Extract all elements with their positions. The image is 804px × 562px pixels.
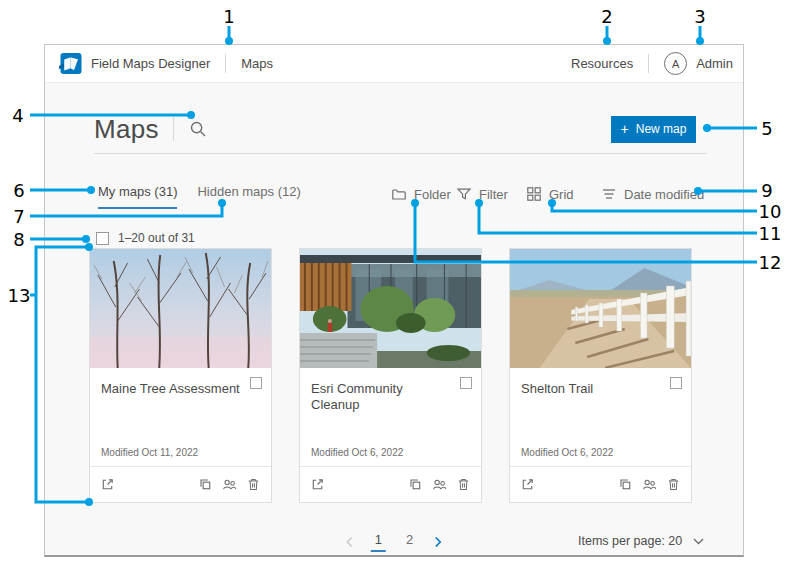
selection-row: 1–20 out of 31 [96, 231, 195, 245]
card-body: Esri Community Cleanup Modified Oct 6, 2… [300, 368, 481, 466]
folder-label: Folder [414, 187, 451, 202]
card-title: Esri Community Cleanup [311, 381, 470, 414]
duplicate-icon[interactable] [408, 477, 423, 492]
new-map-button[interactable]: + New map [611, 116, 696, 143]
field-maps-logo-icon [58, 52, 82, 76]
card-footer [90, 466, 271, 502]
delete-icon[interactable] [456, 477, 471, 492]
card-actions [198, 477, 261, 492]
callout-number-10: 10 [759, 201, 782, 222]
open-map-icon[interactable] [520, 477, 535, 492]
duplicate-icon[interactable] [618, 477, 633, 492]
callout-number-6: 6 [13, 180, 24, 201]
chevron-right-icon[interactable] [433, 536, 443, 548]
map-thumbnail-winter-trees [90, 249, 271, 368]
card-footer [300, 466, 481, 502]
nav-tab-maps[interactable]: Maps [241, 56, 273, 71]
share-group-icon[interactable] [222, 477, 237, 492]
grid-icon [526, 186, 542, 202]
app-window: Field Maps Designer Maps Resources A Adm… [44, 44, 744, 557]
map-card[interactable]: Shelton Trail Modified Oct 6, 2022 [509, 248, 692, 503]
sort-button[interactable]: Date modified [601, 186, 704, 202]
select-all-checkbox[interactable] [96, 232, 109, 245]
hero-row: Maps + New map [94, 109, 703, 149]
map-thumbnail-building [300, 249, 481, 368]
folder-icon [391, 186, 407, 202]
callout-number-13: 13 [8, 285, 31, 306]
selection-count: 1–20 out of 31 [118, 231, 195, 245]
card-checkbox[interactable] [460, 377, 472, 389]
map-thumbnail-trail-fence [510, 249, 691, 368]
hero-rule [94, 153, 707, 154]
page-title: Maps [94, 114, 159, 145]
share-group-icon[interactable] [642, 477, 657, 492]
card-actions [408, 477, 471, 492]
callout-number-4: 4 [12, 105, 23, 126]
card-checkbox[interactable] [250, 377, 262, 389]
card-modified-date: Modified Oct 6, 2022 [521, 447, 613, 458]
tab-hidden-maps[interactable]: Hidden maps (12) [197, 184, 300, 209]
filter-icon [456, 186, 472, 202]
card-modified-date: Modified Oct 11, 2022 [101, 447, 198, 458]
open-map-icon[interactable] [100, 477, 115, 492]
callout-number-1: 1 [223, 6, 234, 27]
plus-icon: + [621, 122, 629, 136]
card-grid: Maine Tree Assessment Modified Oct 11, 2… [89, 248, 692, 503]
avatar[interactable]: A [664, 52, 687, 75]
callout-number-5: 5 [761, 118, 772, 139]
grid-label: Grid [549, 187, 574, 202]
callout-number-9: 9 [761, 180, 772, 201]
hero-divider [173, 117, 174, 141]
card-footer [510, 466, 691, 502]
card-modified-date: Modified Oct 6, 2022 [311, 447, 403, 458]
card-title: Shelton Trail [521, 381, 680, 397]
header-divider-2 [648, 54, 649, 73]
user-menu[interactable]: Admin [696, 56, 733, 71]
tabs: My maps (31) Hidden maps (12) [98, 184, 301, 209]
items-per-page-label: Items per page: 20 [578, 534, 682, 548]
card-title: Maine Tree Assessment [101, 381, 260, 397]
chevron-left-icon[interactable] [345, 536, 355, 548]
callout-number-3: 3 [694, 6, 705, 27]
pagination: 1 2 [345, 532, 443, 552]
folder-button[interactable]: Folder [391, 186, 451, 202]
header-left: Field Maps Designer Maps [58, 52, 273, 76]
items-per-page-select[interactable]: Items per page: 20 [578, 534, 704, 548]
card-body: Maine Tree Assessment Modified Oct 11, 2… [90, 368, 271, 466]
app-header: Field Maps Designer Maps Resources A Adm… [45, 45, 743, 83]
callout-number-11: 11 [759, 223, 782, 244]
search-icon[interactable] [189, 120, 207, 138]
callout-number-12: 12 [759, 252, 782, 273]
header-divider [225, 54, 226, 73]
sort-label: Date modified [624, 187, 704, 202]
grid-view-button[interactable]: Grid [526, 186, 574, 202]
sort-icon [601, 186, 617, 202]
map-card[interactable]: Maine Tree Assessment Modified Oct 11, 2… [89, 248, 272, 503]
open-map-icon[interactable] [310, 477, 325, 492]
callout-number-2: 2 [601, 6, 612, 27]
duplicate-icon[interactable] [198, 477, 213, 492]
card-body: Shelton Trail Modified Oct 6, 2022 [510, 368, 691, 466]
page-1-button[interactable]: 1 [371, 532, 386, 552]
card-actions [618, 477, 681, 492]
chevron-down-icon [693, 538, 704, 545]
map-card[interactable]: Esri Community Cleanup Modified Oct 6, 2… [299, 248, 482, 503]
resources-link[interactable]: Resources [571, 56, 633, 71]
delete-icon[interactable] [666, 477, 681, 492]
callout-number-7: 7 [13, 206, 24, 227]
filter-label: Filter [479, 187, 508, 202]
page-2-button[interactable]: 2 [402, 532, 417, 552]
share-group-icon[interactable] [432, 477, 447, 492]
screenshot-canvas: Field Maps Designer Maps Resources A Adm… [0, 0, 804, 562]
header-right: Resources A Admin [571, 52, 733, 75]
tab-my-maps[interactable]: My maps (31) [98, 184, 177, 209]
app-title: Field Maps Designer [91, 56, 210, 71]
filter-button[interactable]: Filter [456, 186, 508, 202]
card-checkbox[interactable] [670, 377, 682, 389]
new-map-label: New map [636, 122, 687, 136]
callout-number-8: 8 [13, 229, 24, 250]
delete-icon[interactable] [246, 477, 261, 492]
